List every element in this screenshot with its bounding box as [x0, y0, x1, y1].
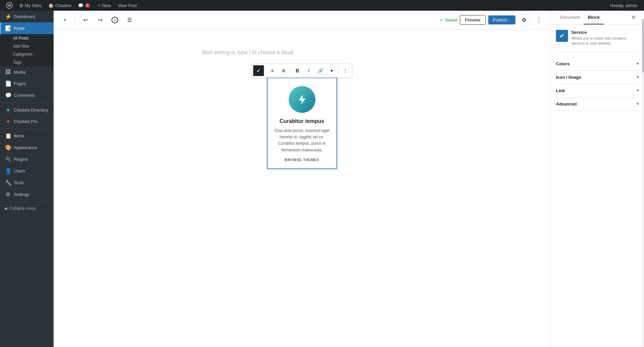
sidebar-item-posts[interactable]: 📝 Posts	[0, 22, 54, 34]
advanced-header[interactable]: Advanced ▾	[556, 97, 639, 111]
appearance-icon: 🎨	[5, 144, 11, 151]
chevron-down-icon: ▾	[331, 68, 333, 73]
service-description: Cras ante purus, euismod eget lobortis u…	[273, 128, 331, 153]
dropdown-button[interactable]: ▾	[326, 65, 337, 76]
lightning-icon	[295, 93, 309, 106]
block-toolbar: ✔ ≡ ⊞ B I	[252, 64, 352, 78]
editor-content[interactable]: Start writing or type / to choose a bloc…	[54, 29, 550, 347]
pages-icon: 📄	[5, 80, 11, 87]
block-icon: ✔	[556, 30, 568, 42]
tools-button[interactable]: ☰	[124, 14, 136, 26]
wp-logo-icon: W	[6, 2, 13, 9]
sidebar-item-comments[interactable]: 💬 Comments	[0, 89, 54, 101]
colors-header[interactable]: Colors ▾	[556, 57, 639, 70]
tools-icon: 🔧	[5, 180, 11, 186]
link-header[interactable]: Link ▾	[556, 84, 639, 97]
my-sites-item[interactable]: ⊞ My Sites	[16, 0, 45, 11]
sidebar-item-citadela-pro[interactable]: ● Citadela Pro	[0, 116, 54, 127]
chevron-down-icon: ▾	[637, 101, 639, 106]
admin-sidebar: ⚡ Dashboard 📝 Posts All Posts Add New Ca…	[0, 11, 54, 347]
sidebar-content: ✔ Service Allows you to easily add compa…	[551, 24, 644, 347]
sidebar-item-appearance[interactable]: 🎨 Appearance	[0, 142, 54, 153]
ellipsis-vertical-icon: ⋮	[536, 16, 542, 24]
close-sidebar-button[interactable]: ✕	[628, 12, 639, 23]
plus-icon: ＋	[97, 2, 101, 8]
preview-button[interactable]: Preview	[460, 15, 485, 25]
scrollbar-thumb[interactable]	[642, 19, 644, 72]
scrollbar-track[interactable]	[642, 19, 644, 347]
link-icon: 🔗	[317, 68, 323, 73]
sidebar-item-label: Comments	[14, 93, 35, 98]
sidebar-item-all-posts[interactable]: All Posts	[0, 34, 54, 42]
sidebar-item-items[interactable]: 📋 Items	[0, 130, 54, 142]
tab-document[interactable]: Document	[556, 11, 584, 24]
italic-icon: I	[308, 68, 309, 73]
sidebar-item-add-new[interactable]: Add New	[0, 42, 54, 50]
sidebar-item-plugins[interactable]: 🔌 Plugins	[0, 153, 54, 165]
dashboard-icon: ⚡	[5, 13, 11, 20]
bold-icon: B	[296, 68, 299, 73]
sidebar-item-categories[interactable]: Categories	[0, 50, 54, 58]
advanced-label: Advanced	[556, 101, 577, 107]
list-view-button[interactable]: ≡	[267, 65, 278, 76]
block-info-text: Service Allows you to easily add company…	[571, 30, 639, 46]
block-description: Allows you to easily add company service…	[571, 36, 639, 46]
sidebar-item-label: Items	[14, 133, 24, 138]
more-options-button[interactable]: ⋮	[533, 14, 545, 26]
sidebar-item-label: Plugins	[14, 157, 28, 162]
sidebar-item-dashboard[interactable]: ⚡ Dashboard	[0, 11, 54, 22]
ellipsis-vertical-icon: ⋮	[343, 68, 348, 73]
citadela-item[interactable]: 🏠 Citadela	[45, 0, 75, 11]
view-post-label: View Post	[118, 3, 137, 8]
collapse-menu-button[interactable]: ◀ Collapse menu	[0, 203, 54, 213]
toolbar-sep-1	[265, 67, 266, 75]
citadela-label: Citadela	[55, 3, 71, 8]
info-button[interactable]: i	[109, 14, 121, 26]
sidebar-item-tags[interactable]: Tags	[0, 58, 54, 66]
redo-button[interactable]: ↪	[94, 14, 106, 26]
editor-toolbar: ＋ ↩ ↪ i ☰ ✓ Saved Preview Publish...	[54, 11, 550, 29]
citadela-pro-icon: ●	[5, 118, 11, 124]
posts-submenu: All Posts Add New Categories Tags	[0, 34, 54, 66]
settings-icon: ⚙	[5, 191, 11, 198]
settings-button[interactable]: ⚙	[518, 14, 530, 26]
advanced-section: Advanced ▾	[556, 97, 639, 111]
svg-text:W: W	[8, 3, 11, 7]
comments-item[interactable]: 💬 0	[75, 0, 94, 11]
link-button[interactable]: 🔗	[315, 65, 326, 76]
admin-bar: W ⊞ My Sites 🏠 Citadela 💬 0 ＋ New View P…	[0, 0, 644, 11]
list-icon: ≡	[271, 68, 274, 73]
sidebar-item-tools[interactable]: 🔧 Tools	[0, 177, 54, 189]
sidebar-item-users[interactable]: 👤 Users	[0, 165, 54, 177]
sidebar-item-pages[interactable]: 📄 Pages	[0, 78, 54, 89]
toolbar-sep-2	[290, 67, 291, 75]
chevron-down-icon: ▾	[637, 75, 639, 79]
info-icon: i	[112, 17, 118, 23]
grid-icon: ⊞	[282, 68, 285, 73]
wp-logo-item[interactable]: W	[3, 0, 16, 11]
service-link[interactable]: BROWSE THEMES	[273, 158, 331, 162]
grid-view-button[interactable]: ⊞	[278, 65, 289, 76]
icon-image-header[interactable]: Icon / Image ▾	[556, 71, 639, 84]
citadela-directory-icon: ●	[5, 107, 11, 113]
bold-button[interactable]: B	[292, 65, 303, 76]
add-block-button[interactable]: ＋	[59, 14, 71, 26]
tab-block[interactable]: Block	[584, 11, 603, 24]
sidebar-item-settings[interactable]: ⚙ Settings	[0, 189, 54, 200]
tools-icon: ☰	[127, 17, 132, 23]
undo-button[interactable]: ↩	[79, 14, 91, 26]
select-parent-button[interactable]: ✔	[253, 65, 264, 76]
sidebar-item-citadela-directory[interactable]: ● Citadela Directory	[0, 104, 54, 116]
block-container: ✔ ≡ ⊞ B I	[252, 64, 352, 169]
posts-icon: 📝	[5, 25, 11, 31]
new-item[interactable]: ＋ New	[93, 0, 114, 11]
menu-separator-3	[0, 202, 54, 202]
colors-section: Colors ▾	[556, 57, 639, 71]
more-block-options-button[interactable]: ⋮	[340, 65, 351, 76]
sidebar-item-media[interactable]: 🖼 Media	[0, 66, 54, 78]
view-post-item[interactable]: View Post	[114, 0, 140, 11]
plus-icon: ＋	[62, 16, 68, 23]
publish-button[interactable]: Publish...	[488, 15, 515, 24]
home-icon: 🏠	[48, 3, 54, 8]
italic-button[interactable]: I	[303, 65, 314, 76]
